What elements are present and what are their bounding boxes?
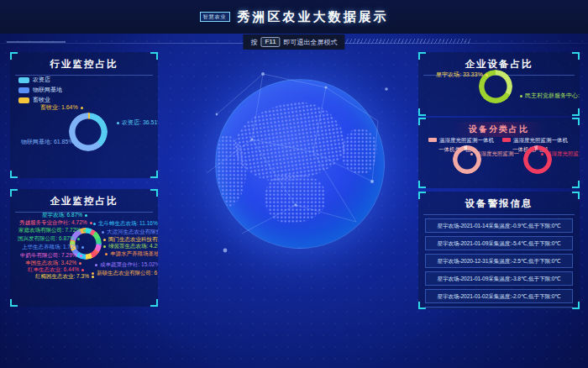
industry-donut-chart xyxy=(69,113,108,151)
legend-label: 物联网基地 xyxy=(33,86,62,94)
chart-label: 温湿度光照监测一 xyxy=(541,150,580,157)
chart-label: 陶门生态农业科技有限公 xyxy=(103,236,158,243)
chart-label: 秀越服务专业合作社: 4.72% xyxy=(19,219,92,226)
alarm-row: 星宇农场-2021-01-09采集温度:-5.4℃,低于下限:0℃ xyxy=(425,236,573,250)
chart-label: 家庭农场有限公司: 7.72% xyxy=(18,227,86,234)
panel-device-ratio: 企业设备占比 星宇农场: 33.33% 民主村党群服务中心: xyxy=(418,52,580,116)
chart-label: 星宇农场: 33.33% xyxy=(436,71,488,78)
panel-industry-ratio: 行业监控占比 农资店 物联网基地 畜牧业 畜牧业: 1.64% 农资店: 36.… xyxy=(10,52,158,178)
continent-dots-decor xyxy=(342,129,377,174)
chart-label: 星宇农场: 6.87% xyxy=(42,212,87,218)
dashboard: 智慧农业 秀洲区农业大数据展示 按 F11 即可退出全屏模式 xyxy=(0,0,588,368)
legend-swatch xyxy=(18,87,29,93)
globe xyxy=(215,79,385,249)
industry-legend: 农资店 物联网基地 畜牧业 xyxy=(18,75,62,105)
page-title: 秀洲区农业大数据展示 xyxy=(238,9,389,25)
chart-label: 新硕生态农业有限公司: 6.87% xyxy=(92,270,158,276)
chart-label: 上华生态养殖场: 1.72% xyxy=(22,244,84,250)
alarm-row: 星宇农场-2020-12-31采集温度:-2.5℃,低于下限:0℃ xyxy=(425,254,573,268)
alarm-row: 星宇农场-2021-01-09采集温度:-0.9℃,低于下限:0℃ xyxy=(425,307,573,309)
tip-prefix: 按 xyxy=(250,38,257,47)
chart-label: 丰国生态农场: 3.42% xyxy=(25,260,81,266)
chart-label: 丰源水产养殖场基地: 1. xyxy=(105,250,158,257)
tip-suffix: 即可退出全屏模式 xyxy=(284,38,338,47)
chart-label: 物联网基地: 61.85% xyxy=(21,139,79,145)
chart-label: 畜牧业: 1.64% xyxy=(40,104,83,111)
chart-label: 国兴发有限公司: 6.87% xyxy=(18,235,80,242)
panel-enterprise-ratio: 企业监控占比 星宇农场: 6.87% 秀越服务专业合作社: 4.72% 家庭农场… xyxy=(10,189,158,307)
continent-dots-decor xyxy=(265,174,325,223)
chart-label: 北斗蝉生态农场: 11.16% xyxy=(93,220,158,227)
legend-label: 畜牧业 xyxy=(33,96,50,104)
logo: 智慧农业 xyxy=(200,12,230,22)
chart-label: 红梅园生态农业: 7.3% xyxy=(35,273,94,280)
chart-label: 绿茵茶生态农场: 4.29 xyxy=(103,243,158,250)
panel-alarm-info: 设备警报信息 星宇农场-2021-01-14采集温度:-0.9℃,低于下限:0℃… xyxy=(418,192,580,309)
chart-label: 大运河生态农业有限责任公 xyxy=(102,229,158,235)
legend-swatch xyxy=(18,97,29,103)
header: 智慧农业 秀洲区农业大数据展示 xyxy=(0,0,588,34)
chart-label: 农资店: 36.51% xyxy=(117,119,158,126)
legend-label: 温湿度光照监测一体机 xyxy=(439,137,494,143)
legend-label: 温湿度光照监测一体机 xyxy=(513,137,568,143)
panel-category-ratio: 设备分类占比 温湿度光照监测一体机 一体机类产品1 温湿度光照监测一 温湿度光照… xyxy=(418,118,580,188)
chart-label: 民主村党群服务中心: xyxy=(520,92,580,99)
panel-title: 设备分类占比 xyxy=(452,122,546,137)
alarm-row: 星宇农场-2021-01-02采集温度:-2.0℃,低于下限:0℃ xyxy=(425,289,573,303)
legend-swatch xyxy=(428,138,437,142)
legend-swatch xyxy=(502,138,511,142)
chart-label: 成丰蔬菜合作社: 15.02% xyxy=(95,261,158,268)
panel-title: 设备警报信息 xyxy=(423,192,575,215)
panel-title: 行业监控占比 xyxy=(15,52,153,76)
alarm-row: 星宇农场-2021-01-14采集温度:-0.9℃,低于下限:0℃ xyxy=(425,218,573,233)
legend-swatch xyxy=(18,77,29,83)
alarm-row: 星宇农场-2021-01-09采集温度:-3.8℃,低于下限:0℃ xyxy=(425,271,573,286)
panel-title: 企业监控占比 xyxy=(15,189,153,213)
f11-key-badge: F11 xyxy=(260,37,280,47)
legend-label: 农资店 xyxy=(33,76,50,84)
chart-label: 红丰生态农业: 6.44% xyxy=(28,266,84,273)
header-divider-accent xyxy=(7,41,66,43)
legend-item: 农资店 xyxy=(18,75,62,85)
chart-label: 中奶牛有限公司: 7.29% xyxy=(20,252,82,259)
fullscreen-tip: 按 F11 即可退出全屏模式 xyxy=(243,34,344,50)
legend-item: 物联网基地 xyxy=(18,85,62,95)
